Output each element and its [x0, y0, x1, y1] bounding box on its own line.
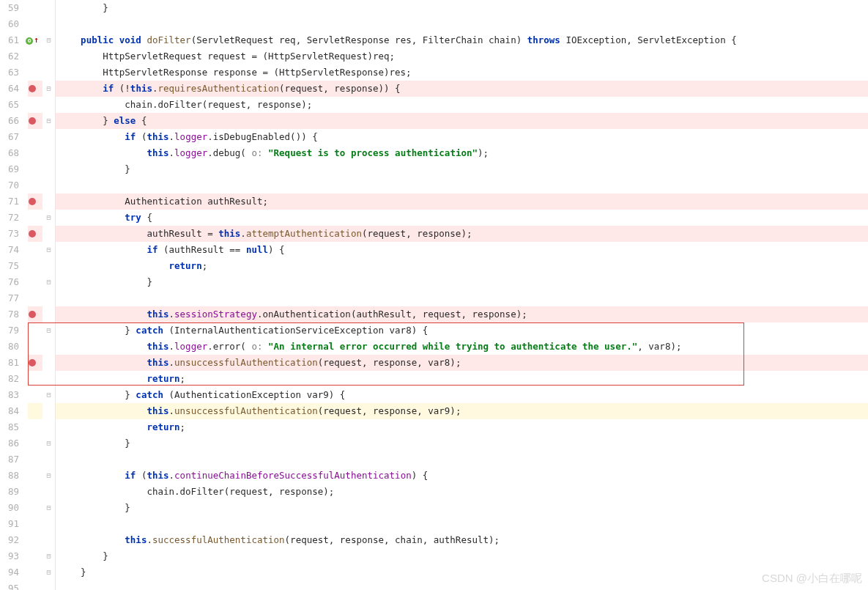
line-number[interactable]: 60 — [0, 16, 22, 32]
line-number[interactable]: 87 — [0, 451, 22, 468]
code-line[interactable]: 66⊟ } else { — [0, 113, 868, 129]
code-line[interactable]: 69 } — [0, 161, 868, 177]
fold-gutter[interactable] — [42, 0, 56, 16]
fold-toggle-icon[interactable]: ⊟ — [46, 564, 51, 580]
fold-toggle-icon[interactable]: ⊟ — [46, 468, 51, 484]
breakpoint-icon[interactable] — [29, 230, 36, 237]
code-line[interactable]: 80 this.logger.error( o: "An internal er… — [0, 339, 868, 355]
code-content[interactable]: this.unsuccessfulAuthentication(request,… — [56, 355, 868, 371]
code-line[interactable]: 74⊟ if (authResult == null) { — [0, 242, 868, 258]
gutter-marker[interactable] — [22, 97, 42, 113]
code-line[interactable]: 82 return; — [0, 371, 868, 387]
fold-toggle-icon[interactable]: ⊟ — [46, 274, 51, 290]
code-content[interactable]: } — [56, 564, 868, 580]
fold-toggle-icon[interactable]: ⊟ — [46, 387, 51, 403]
gutter-marker[interactable]: o↑ — [22, 32, 42, 48]
gutter-marker[interactable] — [22, 242, 42, 258]
code-line[interactable]: 89 chain.doFilter(request, response); — [0, 484, 868, 500]
line-number[interactable]: 64 — [0, 81, 22, 97]
line-number[interactable]: 90 — [0, 500, 22, 516]
code-content[interactable]: try { — [56, 210, 868, 226]
gutter-marker[interactable] — [22, 322, 42, 339]
code-content[interactable]: return; — [56, 371, 868, 387]
code-content[interactable]: if (authResult == null) { — [56, 242, 868, 258]
fold-gutter[interactable]: ⊟ — [42, 468, 56, 484]
fold-toggle-icon[interactable]: ⊟ — [46, 322, 51, 339]
gutter-marker[interactable] — [22, 516, 42, 532]
code-content[interactable]: } — [56, 548, 868, 564]
line-number[interactable]: 72 — [0, 210, 22, 226]
code-line[interactable]: 85 return; — [0, 419, 868, 435]
fold-gutter[interactable]: ⊟ — [42, 387, 56, 403]
line-number[interactable]: 65 — [0, 97, 22, 113]
code-content[interactable]: public void doFilter(ServletRequest req,… — [56, 32, 868, 48]
fold-gutter[interactable] — [42, 403, 56, 419]
gutter-marker[interactable] — [22, 290, 42, 306]
gutter-marker[interactable] — [22, 258, 42, 274]
fold-gutter[interactable] — [42, 258, 56, 274]
line-number[interactable]: 93 — [0, 548, 22, 564]
code-content[interactable]: } — [56, 500, 868, 516]
code-line[interactable]: 76⊟ } — [0, 274, 868, 290]
line-number[interactable]: 85 — [0, 419, 22, 435]
gutter-marker[interactable] — [22, 113, 42, 129]
line-number[interactable]: 79 — [0, 322, 22, 339]
line-number[interactable]: 67 — [0, 129, 22, 145]
line-number[interactable]: 84 — [0, 403, 22, 419]
line-number[interactable]: 74 — [0, 242, 22, 258]
fold-toggle-icon[interactable]: ⊟ — [46, 210, 51, 226]
gutter-marker[interactable] — [22, 81, 42, 97]
code-content[interactable]: if (this.continueChainBeforeSuccessfulAu… — [56, 468, 868, 484]
fold-toggle-icon[interactable]: ⊟ — [46, 32, 51, 48]
code-line[interactable]: 84 this.unsuccessfulAuthentication(reque… — [0, 403, 868, 419]
code-content[interactable]: } — [56, 274, 868, 290]
code-line[interactable]: 86⊟ } — [0, 435, 868, 451]
code-line[interactable]: 64⊟ if (!this.requiresAuthentication(req… — [0, 81, 868, 97]
code-line[interactable]: 59 } — [0, 0, 868, 16]
fold-gutter[interactable]: ⊟ — [42, 210, 56, 226]
gutter-marker[interactable] — [22, 548, 42, 564]
code-line[interactable]: 71 Authentication authResult; — [0, 193, 868, 210]
code-line[interactable]: 75 return; — [0, 258, 868, 274]
fold-gutter[interactable] — [42, 516, 56, 532]
line-number[interactable]: 62 — [0, 48, 22, 64]
fold-gutter[interactable] — [42, 193, 56, 210]
breakpoint-icon[interactable] — [29, 359, 36, 366]
line-number[interactable]: 81 — [0, 355, 22, 371]
code-content[interactable] — [56, 451, 868, 468]
code-line[interactable]: 88⊟ if (this.continueChainBeforeSuccessf… — [0, 468, 868, 484]
line-number[interactable]: 86 — [0, 435, 22, 451]
code-line[interactable]: 63 HttpServletResponse response = (HttpS… — [0, 64, 868, 81]
gutter-marker[interactable] — [22, 0, 42, 16]
line-number[interactable]: 92 — [0, 532, 22, 548]
code-content[interactable]: Authentication authResult; — [56, 193, 868, 210]
gutter-marker[interactable] — [22, 48, 42, 64]
code-content[interactable]: return; — [56, 258, 868, 274]
fold-gutter[interactable]: ⊟ — [42, 81, 56, 97]
code-content[interactable] — [56, 516, 868, 532]
line-number[interactable]: 69 — [0, 161, 22, 177]
gutter-marker[interactable] — [22, 274, 42, 290]
code-line[interactable]: 94⊟ } — [0, 564, 868, 580]
fold-gutter[interactable] — [42, 306, 56, 322]
code-line[interactable]: 70 — [0, 177, 868, 193]
gutter-marker[interactable] — [22, 371, 42, 387]
gutter-marker[interactable] — [22, 484, 42, 500]
code-content[interactable]: HttpServletRequest request = (HttpServle… — [56, 48, 868, 64]
code-content[interactable]: HttpServletResponse response = (HttpServ… — [56, 64, 868, 81]
code-line[interactable]: 68 this.logger.debug( o: "Request is to … — [0, 145, 868, 161]
gutter-marker[interactable] — [22, 451, 42, 468]
code-line[interactable]: 95 — [0, 580, 868, 590]
code-line[interactable]: 83⊟ } catch (AuthenticationException var… — [0, 387, 868, 403]
code-content[interactable]: this.sessionStrategy.onAuthentication(au… — [56, 306, 868, 322]
breakpoint-icon[interactable] — [29, 85, 36, 92]
fold-gutter[interactable] — [42, 177, 56, 193]
fold-gutter[interactable] — [42, 339, 56, 355]
line-number[interactable]: 59 — [0, 0, 22, 16]
fold-gutter[interactable]: ⊟ — [42, 32, 56, 48]
code-content[interactable] — [56, 290, 868, 306]
fold-toggle-icon[interactable]: ⊟ — [46, 435, 51, 451]
code-content[interactable]: authResult = this.attemptAuthentication(… — [56, 226, 868, 242]
code-line[interactable]: 81 this.unsuccessfulAuthentication(reque… — [0, 355, 868, 371]
fold-gutter[interactable] — [42, 355, 56, 371]
